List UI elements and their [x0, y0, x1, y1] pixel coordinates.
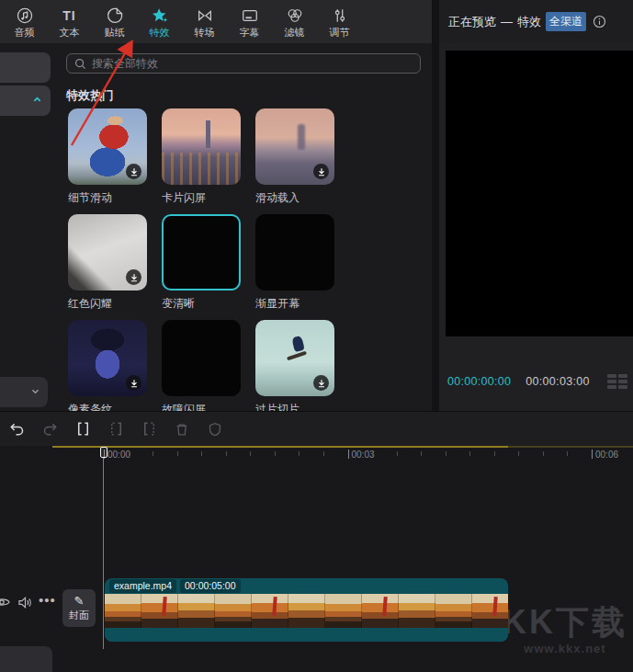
effect-thumbnail — [162, 108, 241, 185]
effect-track-line-dim — [508, 446, 633, 448]
effect-label: 过片切片 — [255, 402, 334, 411]
track-mute-speaker-icon[interactable] — [17, 596, 33, 613]
effects-panel: 特效热门 细节滑动 卡片闪屏 滑动载入 — [0, 43, 432, 411]
section-title-hot-effects: 特效热门 — [66, 87, 114, 104]
cover-button-label: 封面 — [69, 609, 89, 622]
watermark-title: KK下载 — [496, 605, 633, 640]
ruler-tick-minor — [421, 451, 422, 456]
track-visibility-eye-icon[interactable] — [0, 596, 10, 612]
ruler-tick-minor — [323, 451, 324, 456]
adjust-sliders-icon — [331, 6, 349, 25]
cover-button[interactable]: ✎ 封面 — [62, 589, 96, 627]
search-input[interactable] — [92, 57, 413, 70]
effect-card-selected[interactable]: 变清晰 — [162, 214, 241, 312]
download-icon[interactable] — [126, 269, 141, 285]
top-tab-audio[interactable]: 音频 — [2, 2, 47, 42]
tab-label: 调节 — [330, 27, 350, 38]
effect-label: 卡片闪屏 — [162, 190, 241, 206]
effect-thumbnail — [255, 214, 334, 290]
ruler-tick-minor — [543, 451, 544, 456]
top-tab-sticker[interactable]: 贴纸 — [92, 2, 137, 42]
sidebar-category-stub[interactable] — [0, 52, 51, 83]
subtitles-icon — [241, 6, 259, 25]
preview-scale-grid-icon[interactable] — [607, 374, 627, 389]
effect-card[interactable]: 渐显开幕 — [255, 214, 334, 312]
delete-left-icon[interactable] — [107, 420, 125, 439]
download-icon[interactable] — [126, 375, 141, 391]
top-tab-effects[interactable]: 特效 — [137, 2, 182, 42]
tab-label: 字幕 — [240, 27, 260, 38]
clip-frame — [141, 594, 178, 628]
ruler-tick-minor — [494, 451, 495, 456]
top-tab-transitions[interactable]: 转场 — [182, 2, 227, 42]
filter-icon — [286, 6, 304, 25]
watermark-url: www.kkx.net — [496, 642, 633, 655]
clip-frame — [472, 594, 508, 628]
video-clip[interactable]: example.mp4 00:00:05:00 — [105, 578, 508, 642]
ruler-tick-minor — [275, 451, 276, 456]
timeline-toolbar — [0, 412, 633, 446]
timeline-ruler[interactable]: 00:0000:0300:06 — [0, 446, 633, 464]
ruler-tick-minor — [201, 451, 202, 456]
trash-icon[interactable] — [173, 420, 191, 439]
panel-divider — [432, 0, 439, 411]
effect-thumbnail — [255, 108, 334, 185]
sidebar-category-stub-active[interactable] — [0, 85, 51, 116]
top-tab-text[interactable]: TI 文本 — [47, 2, 92, 42]
ruler-time-label: 00:06 — [595, 450, 618, 460]
effect-card[interactable]: 过片切片 — [255, 320, 334, 411]
clip-frame — [325, 594, 362, 628]
mask-shield-icon[interactable] — [206, 420, 224, 439]
effect-label: 滑动载入 — [255, 190, 334, 206]
undo-icon[interactable] — [7, 420, 26, 439]
collapsed-dropdown-stub[interactable] — [0, 377, 48, 407]
preview-panel: 正在预览 — 特效 全渠道 00:00:00:00 00:00:03:00 — [439, 0, 633, 411]
top-tab-adjust[interactable]: 调节 — [317, 2, 362, 42]
ruler-tick-minor — [250, 451, 251, 456]
clip-frame — [288, 594, 325, 628]
redo-icon[interactable] — [40, 420, 59, 439]
tab-label: 转场 — [195, 27, 215, 38]
bottom-left-panel-stub[interactable] — [0, 646, 52, 672]
ruler-tick-minor — [616, 451, 617, 456]
effect-card[interactable]: 红色闪耀 — [68, 214, 147, 312]
effect-track-line — [52, 446, 508, 448]
delete-right-icon[interactable] — [140, 420, 158, 439]
text-icon: TI — [62, 6, 75, 25]
effect-label: 渐显开幕 — [255, 296, 334, 312]
effect-label: 故障闪屏 — [162, 402, 241, 411]
effect-card[interactable]: 卡片闪屏 — [162, 108, 241, 206]
ruler-time-label: 00:03 — [352, 450, 375, 460]
clip-frame — [105, 594, 141, 628]
download-icon[interactable] — [313, 164, 329, 179]
effects-search-box — [66, 53, 421, 74]
ruler-tick-major — [592, 450, 593, 459]
preview-separator: — — [501, 15, 513, 28]
effect-label: 像素条纹 — [68, 402, 147, 411]
effect-card[interactable]: 故障闪屏 — [162, 320, 241, 411]
effect-thumbnail — [68, 320, 147, 396]
sticker-icon — [106, 6, 124, 25]
clip-footer — [105, 628, 508, 642]
timeline-section: 00:0000:0300:06 ••• ✎ 封面 KK下载 www.kkx.ne… — [0, 411, 633, 672]
top-tab-subtitles[interactable]: 字幕 — [227, 2, 272, 42]
effect-card[interactable]: 滑动载入 — [255, 108, 334, 206]
effect-card[interactable]: 像素条纹 — [68, 320, 147, 411]
top-tab-filters[interactable]: 滤镜 — [272, 2, 317, 42]
track-more-icon[interactable]: ••• — [39, 592, 56, 608]
split-icon[interactable] — [73, 420, 92, 439]
download-icon[interactable] — [126, 164, 141, 179]
audio-icon — [16, 6, 34, 25]
ruler-tick-minor — [397, 451, 398, 456]
info-icon[interactable] — [593, 15, 606, 28]
effect-thumbnail — [68, 214, 147, 290]
ruler-tick-minor — [469, 451, 470, 456]
effect-label: 红色闪耀 — [68, 296, 147, 312]
clip-duration: 00:00:05:00 — [180, 579, 240, 593]
preview-time-row: 00:00:00:00 00:00:03:00 — [447, 374, 627, 389]
playhead-handle[interactable] — [100, 447, 107, 458]
ruler-tick-minor — [446, 451, 446, 456]
download-icon[interactable] — [313, 375, 329, 391]
clip-frame — [252, 594, 288, 628]
effect-card[interactable]: 细节滑动 — [68, 108, 147, 206]
